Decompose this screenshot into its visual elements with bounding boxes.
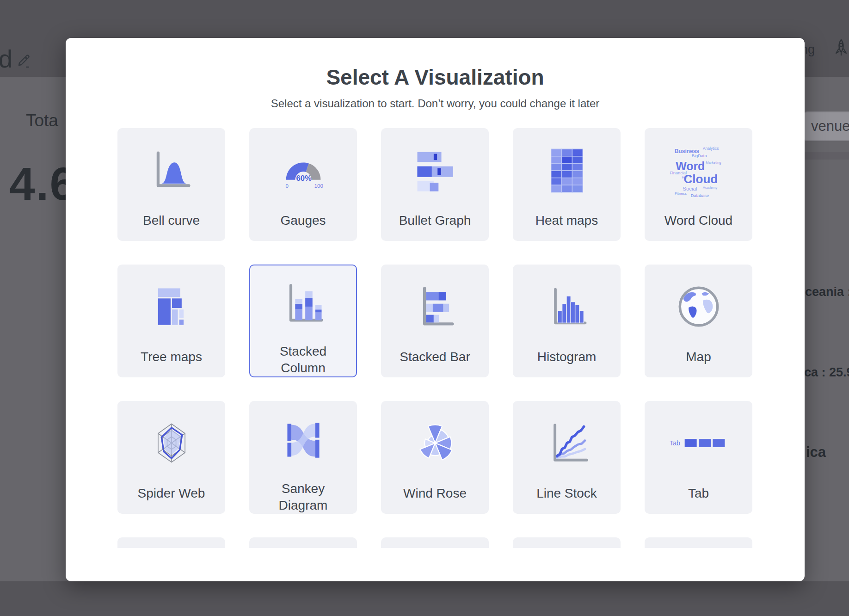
stacked-bar-icon	[411, 272, 459, 341]
viz-card-map[interactable]: Map	[645, 265, 752, 377]
viz-card-label: Gauges	[266, 212, 339, 229]
svg-text:Social: Social	[683, 186, 697, 191]
viz-card-label: Stacked Column	[250, 343, 356, 376]
viz-card-spider-web[interactable]: Spider Web	[117, 401, 225, 514]
viz-card-stacked-column[interactable]: Stacked Column	[249, 265, 357, 377]
viz-card-label: Map	[672, 349, 725, 365]
viz-card-stacked-bar[interactable]: Stacked Bar	[381, 265, 489, 377]
dialog-subtitle: Select a visualization to start. Don’t w…	[66, 97, 805, 110]
svg-text:BigData: BigData	[691, 154, 707, 158]
spider-web-icon	[147, 408, 197, 478]
wind-rose-icon	[410, 408, 460, 478]
viz-card-label: Bell curve	[129, 212, 214, 229]
viz-card-clipped[interactable]	[117, 537, 225, 548]
viz-card-label: Stacked Bar	[386, 349, 484, 365]
rocket-icon[interactable]	[834, 39, 848, 59]
dashboard-title-fragment: d	[0, 44, 12, 73]
svg-text:0: 0	[285, 183, 288, 189]
svg-text:Tab: Tab	[670, 439, 680, 447]
viz-card-tree-maps[interactable]: Tree maps	[117, 265, 225, 377]
visualization-grid: Bell curve 60% 0 100 Gauges	[117, 128, 753, 548]
viz-card-bell-curve[interactable]: Bell curve	[117, 128, 225, 241]
revenue-select-button[interactable]: venue	[803, 111, 849, 141]
viz-card-label: Tree maps	[127, 349, 216, 365]
viz-card-label: Wind Rose	[389, 485, 480, 502]
dialog-title: Select A Visualization	[66, 65, 805, 90]
svg-text:Academy: Academy	[702, 185, 717, 190]
viz-card-bullet-graph[interactable]: Bullet Graph	[381, 128, 489, 241]
globe-icon	[673, 272, 724, 341]
viz-card-clipped[interactable]	[249, 537, 357, 548]
viz-card-clipped[interactable]	[645, 537, 752, 548]
tab-icon: Tab	[669, 408, 729, 478]
select-visualization-dialog: Select A Visualization Select a visualiz…	[66, 38, 805, 581]
svg-text:Fitness: Fitness	[675, 191, 687, 196]
edit-pencil-icon[interactable]	[17, 53, 31, 70]
svg-text:Analytics: Analytics	[702, 146, 719, 151]
legend-value-america: ica	[806, 444, 826, 461]
viz-card-gauges[interactable]: 60% 0 100 Gauges	[249, 128, 357, 241]
legend-value-oceania: ceania : 8	[805, 285, 849, 299]
bullet-graph-icon	[400, 136, 470, 205]
svg-text:100: 100	[314, 183, 323, 189]
viz-card-label: Spider Web	[124, 485, 219, 502]
metric-label-fragment: Tota	[26, 111, 58, 130]
stacked-column-icon	[279, 272, 327, 336]
viz-card-tab[interactable]: Tab Tab	[645, 401, 752, 514]
svg-text:Database: Database	[690, 194, 708, 198]
viz-card-label: Sankey Diagram	[249, 480, 357, 514]
viz-card-label: Tab	[674, 485, 723, 502]
viz-card-histogram[interactable]: Histogram	[513, 265, 621, 377]
viz-card-heat-maps[interactable]: Heat maps	[513, 128, 621, 241]
background-footer-area	[0, 581, 849, 616]
viz-card-line-stock[interactable]: Line Stock	[513, 401, 621, 514]
viz-card-sankey-diagram[interactable]: Sankey Diagram	[249, 401, 357, 514]
treemap-icon	[148, 272, 196, 341]
svg-text:Marketing: Marketing	[706, 160, 721, 165]
viz-card-label: Bullet Graph	[385, 212, 485, 229]
screen: d Select Main Date Filter Add Filter Add…	[0, 0, 849, 616]
svg-text:60%: 60%	[296, 174, 311, 183]
histogram-icon	[543, 272, 591, 341]
viz-card-wind-rose[interactable]: Wind Rose	[381, 401, 489, 514]
viz-card-label: Line Stock	[523, 485, 611, 502]
sankey-icon	[278, 408, 328, 473]
svg-text:Cloud: Cloud	[683, 172, 718, 186]
viz-card-clipped[interactable]	[381, 537, 489, 548]
viz-card-label: Word Cloud	[651, 212, 746, 229]
line-stock-icon	[542, 408, 592, 478]
gauge-icon: 60% 0 100	[279, 136, 327, 205]
legend-value-africa: ca : 25.95	[804, 365, 849, 380]
word-cloud-icon: Business Analytics BigData Word Marketin…	[669, 136, 729, 205]
viz-card-clipped[interactable]	[513, 537, 621, 548]
bell-curve-icon	[148, 136, 196, 205]
viz-card-word-cloud[interactable]: Business Analytics BigData Word Marketin…	[645, 128, 752, 241]
heatmap-icon	[544, 136, 590, 205]
revenue-select-label: venue	[811, 118, 849, 135]
viz-card-label: Histogram	[523, 349, 610, 365]
viz-card-label: Heat maps	[522, 212, 612, 229]
